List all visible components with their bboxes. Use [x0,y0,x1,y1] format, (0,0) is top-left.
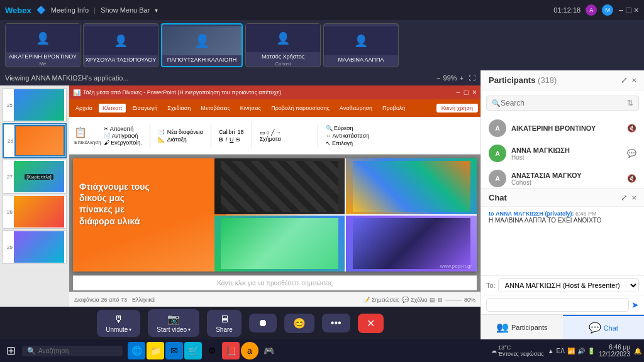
zoom-slider[interactable]: ──── [445,297,462,303]
sort-icon[interactable]: ⇅ [627,99,633,107]
tray-up-icon[interactable]: ▲ [548,348,554,354]
maximize-button[interactable]: □ [626,5,631,15]
end-button[interactable]: ✕ [358,314,384,333]
slide-layout-area[interactable]: 📐 Διάταξη [158,136,203,143]
taskbar-app-amazon[interactable]: a [241,342,258,359]
taskbar-app-settings[interactable]: ⚙ [203,342,221,359]
chat-to-select[interactable]: ΑΝΝΑ ΜΑΓΚΙΩΣΗ (Host & Presenter) [498,278,639,292]
start-video-button[interactable]: 📷 Start video ▾ [148,309,199,337]
show-menu-bar-button[interactable]: Show Menu Bar [101,6,150,14]
volume-icon[interactable]: 🔊 [577,348,585,354]
ppt-maximize-button[interactable]: □ [464,88,469,97]
notification-icon[interactable]: 🔔 [634,348,641,354]
arrow-shape[interactable]: → [275,129,281,136]
zoom-minus-button[interactable]: − [436,74,440,82]
notes-icon[interactable]: 📝 Σημειώσεις [363,297,399,303]
start-button[interactable]: ⊞ [3,344,19,358]
line-shape[interactable]: ╱ [271,129,274,136]
ppt-tab-view[interactable]: Προβολή [379,104,409,112]
participant-thumb-4[interactable]: 👤 ΜΑΛΒΙΝΑ ΛΑΠΠΑ [323,23,399,67]
search-bar[interactable]: 🔍 ⇅ [486,96,639,111]
rect-shape[interactable]: ▭ [260,129,265,136]
participant-thumb-0[interactable]: 👤 ΑΙΚΑΤΕΡΙΝΗ ΒΡΟΝΤΙΝΟΥ Me [5,23,80,67]
taskbar-app-store[interactable]: 🛒 [184,342,202,359]
taskbar-app-edge[interactable]: 🌐 [128,342,145,359]
participants-panel-icons[interactable]: ⤢ × [621,75,636,85]
weather-info: 13°C Έντονες νεφώσεις [498,344,544,357]
slide-new-area[interactable]: 📑 Νέα διαφάνεια [158,129,203,135]
unmute-button[interactable]: 🎙 Unmute ▾ [97,310,140,337]
search-input[interactable] [501,99,627,107]
participants-tab-button[interactable]: 👥 Participants [481,315,563,339]
paste-button[interactable]: 📋 Επικόλληση [74,126,101,145]
ppt-minimize-button[interactable]: − [456,88,460,97]
copy-button[interactable]: 📄 Αντιγραφή [104,133,142,139]
copy-cut-group[interactable]: ✂ Αποκοπή 📄 Αντιγραφή 🖌 Ενεργοποίη. [104,126,142,146]
format-button[interactable]: 🖌 Ενεργοποίη. [104,140,142,146]
replace-button[interactable]: ↔ Αντικατάσταση [326,133,370,139]
comments-icon[interactable]: 💬 Σχόλια [402,297,427,303]
bold-button[interactable]: B [219,136,223,143]
slide-canvas[interactable]: Φτιάχνουμε τους δικούς μας πίνακες με δι… [73,158,477,272]
participant-thumb-2[interactable]: 👤 ΠΑΠΟΥΤΣΑΚΗ ΚΑΛΛΙΟΠΗ [161,23,243,67]
view-grid-icon[interactable]: ⊞ [438,297,443,303]
select-button[interactable]: ↖ Επιλογή [326,140,370,146]
circle-shape[interactable]: ○ [267,129,270,136]
taskbar-search[interactable]: 🔍 [22,346,123,356]
fullscreen-icon[interactable]: ⛶ [469,74,475,82]
slide-thumb-26[interactable]: 26 [3,123,67,158]
cut-button[interactable]: ✂ Αποκοπή [104,126,142,132]
view-normal-icon[interactable]: ▤ [430,297,435,303]
ppt-share-button[interactable]: Κοινή χρήση [436,104,478,112]
meeting-info-button[interactable]: Meeting Info [51,6,89,14]
participant-row-1[interactable]: Α ΑΝΝΑ ΜΑΓΚΙΩΣΗ Host 💬 [481,141,644,166]
taskbar-app-game[interactable]: 🎮 [260,342,277,359]
minimize-button[interactable]: − [618,5,623,15]
ppt-win-controls[interactable]: − □ × [456,88,477,97]
paste-icon: 📋 [74,126,101,138]
close-button[interactable]: × [634,5,639,15]
taskbar-app-adobe[interactable]: 📕 [222,342,240,359]
participant-thumb-3[interactable]: 👤 Ματσός Χρήστος Cohost [245,23,321,67]
ppt-tab-home[interactable]: Κλιτκοπ [99,104,126,112]
ppt-tab-slideshow[interactable]: Προβολή παρουσίασης [267,104,333,112]
participants-expand-icon[interactable]: ⤢ [621,75,628,85]
slide-notes[interactable]: Κάντε κλικ για να προσθέσετε σημειώσεις [73,275,477,290]
chat-expand-icon[interactable]: ⤢ [621,193,628,202]
find-button[interactable]: 🔍 Εύρεση [326,125,370,131]
font-family-row[interactable]: Calibri 18 [219,129,244,135]
more-button[interactable]: ••• [322,314,350,332]
slide-thumb-29[interactable]: 29 [3,230,67,264]
window-controls[interactable]: − □ × [618,5,639,15]
ppt-tab-review[interactable]: Αναθεώρηση [336,104,376,112]
chat-input[interactable] [486,298,629,312]
ppt-close-button[interactable]: × [472,88,477,97]
record-button[interactable]: ⏺ [249,314,277,332]
slide-thumb-28[interactable]: 28 [3,195,67,229]
slide-thumb-27[interactable]: 27 [Χωρίς τίτλο] [3,160,67,194]
ppt-tab-animations[interactable]: Κινήσεις [236,104,265,112]
zoom-plus-button[interactable]: + [460,74,464,82]
zoom-controls[interactable]: − 99% + ⛶ [436,74,475,82]
chat-close-icon[interactable]: × [631,193,636,202]
strikethrough-button[interactable]: S [236,136,240,143]
ppt-tab-transitions[interactable]: Μεταβάσεις [197,104,233,112]
ppt-tab-file[interactable]: Αρχείο [72,104,96,112]
share-button[interactable]: 🖥 Share [207,310,242,337]
ppt-tab-insert[interactable]: Εισαγωγή [128,104,161,112]
underline-button[interactable]: U [230,136,234,143]
participants-close-icon[interactable]: × [631,75,636,85]
ppt-tab-design[interactable]: Σχεδίαση [164,104,194,112]
slide-thumb-25[interactable]: 25 [3,88,67,122]
chat-panel-icons[interactable]: ⤢ × [621,193,636,202]
taskbar-app-mail[interactable]: ✉ [165,342,183,359]
participant-row-0[interactable]: Α ΑΙΚΑΤΕΡΙΝΗ ΒΡΟΝΤΙΝΟΥ 🔇 [481,116,644,141]
chat-tab-button[interactable]: 💬 Chat [563,315,645,339]
taskbar-search-input[interactable] [38,348,108,354]
taskbar-app-files[interactable]: 📁 [147,342,164,359]
participant-thumb-1[interactable]: 👤 ΧΡΥΣΟΥΛΑ ΤΑΣΙΟΠΟΥΛΟΥ [83,23,158,67]
participant-row-2[interactable]: Α ΑΝΑΣΤΑΣΙΑ ΜΑΓΚΟΥ Cohost 🔇 [481,166,644,189]
reactions-button[interactable]: 😊 [284,314,314,333]
chat-send-button[interactable]: ➤ [631,300,639,310]
italic-button[interactable]: I [225,136,227,143]
